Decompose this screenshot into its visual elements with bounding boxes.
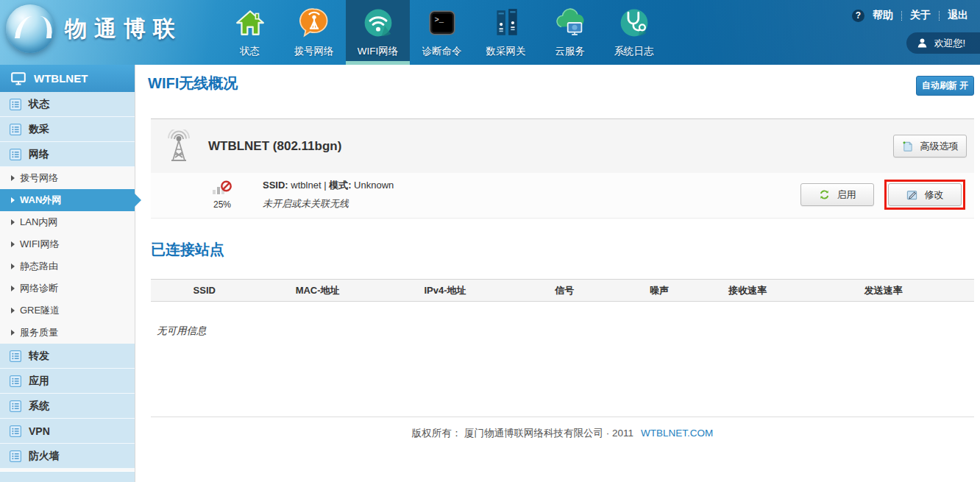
column-header-mac: MAC-地址 (258, 284, 377, 297)
nav-item-diagnostic-command[interactable]: >_ 诊断命令 (410, 0, 474, 65)
sidebar-item-label: LAN内网 (20, 216, 57, 229)
nav-item-system-log[interactable]: 系统日志 (602, 0, 666, 65)
list-icon (10, 400, 21, 412)
modify-label: 修改 (925, 188, 944, 202)
sidebar-item-label: WIFI网络 (20, 238, 59, 251)
logout-link[interactable]: 退出 (948, 9, 968, 22)
link-separator (901, 11, 902, 21)
about-link[interactable]: 关于 (910, 9, 931, 22)
connected-stations-table: SSID MAC-地址 IPv4-地址 信号 噪声 接收速率 发送速率 无可用信… (151, 279, 974, 338)
mode-label: 模式: (329, 180, 351, 191)
signal-disabled-icon (212, 180, 232, 196)
wifi-card-title: WTBLNET (802.11bgn) (208, 139, 893, 154)
welcome-badge: 欢迎您! (906, 32, 980, 54)
sidebar-item-system[interactable]: 系统 (0, 394, 135, 419)
nav-item-status[interactable]: 状态 (218, 0, 282, 65)
nav-item-data-gateway[interactable]: 数采网关 (474, 0, 538, 65)
logo-sphere-icon (6, 4, 54, 53)
page-title: WIFI无线概况 (148, 74, 238, 93)
list-icon (10, 375, 21, 387)
terminal-icon: >_ (425, 5, 460, 40)
list-icon (10, 99, 21, 110)
wifi-icon (361, 5, 396, 40)
antenna-icon (164, 130, 193, 163)
help-link[interactable]: 帮助 (873, 9, 893, 22)
sidebar-item-wan[interactable]: WAN外网 (0, 189, 135, 211)
sidebar-item-label: 静态路由 (20, 260, 58, 273)
ssid-value: wtblnet (291, 180, 321, 191)
edit-pencil-icon (906, 189, 917, 200)
cloud-icon (553, 5, 588, 40)
home-icon (232, 5, 268, 40)
page-footer: 版权所有： 厦门物通博联网络科技有限公司 · 2011 WTBLNET.COM (151, 417, 974, 440)
table-header-row: SSID MAC-地址 IPv4-地址 信号 噪声 接收速率 发送速率 (151, 279, 974, 302)
sidebar-item-label: 数采 (29, 123, 49, 136)
logo-text: 物通博联 (65, 14, 182, 44)
syslog-icon (617, 5, 652, 40)
sidebar-item-static-route[interactable]: 静态路由 (0, 255, 135, 277)
dial-network-icon (297, 5, 332, 40)
sidebar-item-label: 网络 (29, 148, 49, 161)
router-admin-app: 物通博联 状态 拨号网络 WIFI网络 (0, 0, 980, 482)
caret-icon (11, 330, 15, 336)
wifi-card-header: WTBLNET (802.11bgn) 高级选项 (151, 119, 974, 173)
modify-button[interactable]: 修改 (888, 183, 962, 206)
sidebar-item-label: 拨号网络 (20, 171, 58, 185)
sidebar-item-network[interactable]: 网络 (0, 142, 135, 167)
sidebar-item-label: VPN (29, 425, 50, 437)
sidebar-item-application[interactable]: 应用 (0, 369, 135, 394)
top-header: 物通博联 状态 拨号网络 WIFI网络 (0, 0, 980, 65)
sidebar-item-status[interactable]: 状态 (0, 92, 135, 117)
sidebar-item-qos[interactable]: 服务质量 (0, 322, 135, 344)
list-icon (10, 450, 21, 462)
sidebar-item-lan[interactable]: LAN内网 (0, 211, 135, 233)
column-header-noise: 噪声 (616, 284, 702, 297)
caret-icon (11, 241, 15, 247)
column-header-tx-rate: 发送速率 (793, 284, 974, 297)
column-header-ipv4: IPv4-地址 (377, 284, 514, 297)
footer-link[interactable]: WTBLNET.COM (641, 428, 713, 439)
caret-icon (11, 175, 15, 181)
auto-refresh-toggle[interactable]: 自动刷新 开 (916, 76, 974, 96)
nav-item-wifi-network[interactable]: WIFI网络 (346, 0, 410, 65)
sidebar-item-gre-tunnel[interactable]: GRE隧道 (0, 300, 135, 322)
sidebar-item-label: 应用 (29, 375, 49, 388)
wifi-actions: 启用 修改 (800, 180, 965, 210)
sidebar-item-dial-network[interactable]: 拨号网络 (0, 167, 135, 189)
column-header-signal: 信号 (513, 284, 616, 297)
sidebar-item-forwarding[interactable]: 转发 (0, 344, 135, 369)
monitor-icon (11, 72, 26, 85)
terminal-glyph: >_ (434, 15, 444, 24)
nav-item-cloud-service[interactable]: 云服务 (538, 0, 602, 65)
sidebar-item-label: WAN外网 (20, 194, 61, 207)
nav-label: 诊断命令 (422, 45, 462, 58)
link-separator (939, 11, 940, 21)
sidebar-item-data-acquisition[interactable]: 数采 (0, 117, 135, 142)
device-name: WTBLNET (34, 72, 88, 85)
enable-refresh-icon (819, 189, 830, 200)
enable-button[interactable]: 启用 (800, 183, 874, 206)
sidebar-item-firewall[interactable]: 防火墙 (0, 444, 135, 469)
empty-table-message: 无可用信息 (151, 302, 974, 338)
nav-label: 云服务 (555, 45, 585, 58)
nav-label: WIFI网络 (358, 45, 399, 58)
nav-item-dial-network[interactable]: 拨号网络 (282, 0, 346, 65)
caret-icon (11, 197, 15, 203)
sidebar-item-wifi[interactable]: WIFI网络 (0, 233, 135, 255)
list-icon (10, 425, 21, 437)
sidebar-item-label: 服务质量 (20, 326, 58, 339)
enable-label: 启用 (837, 188, 856, 202)
sidebar: WTBLNET 状态 数采 网络 拨号网络 WAN外网 LAN内网 WIF (0, 65, 135, 482)
help-icon: ? (852, 10, 864, 22)
sidebar-item-network-diagnosis[interactable]: 网络诊断 (0, 277, 135, 300)
nav-label: 数采网关 (486, 45, 526, 58)
column-header-rx-rate: 接收速率 (703, 284, 793, 297)
welcome-text: 欢迎您! (934, 37, 965, 50)
sidebar-item-label: 网络诊断 (20, 282, 58, 295)
caret-icon (11, 219, 15, 225)
caret-icon (11, 308, 15, 313)
advanced-options-button[interactable]: 高级选项 (893, 135, 967, 157)
highlight-box: 修改 (884, 180, 965, 210)
sidebar-item-vpn[interactable]: VPN (0, 419, 135, 444)
signal-percent: 25% (205, 199, 239, 210)
